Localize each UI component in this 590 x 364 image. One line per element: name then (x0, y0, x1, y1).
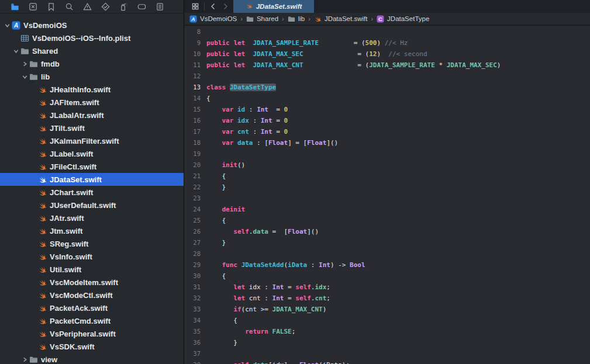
tree-item-jchart-swift[interactable]: JChart.swift (0, 186, 184, 199)
line-number[interactable]: 22 (184, 182, 201, 193)
tree-item-vsdemoios-ios-info-plist[interactable]: VsDemoiOS--iOS--Info.plist (0, 32, 184, 44)
tree-item-vssdk-swift[interactable]: VsSDK.swift (0, 340, 184, 353)
code-line-24[interactable]: 24 deinit (184, 204, 590, 215)
tree-item-jdataset-swift[interactable]: JDataSet.swift (0, 173, 184, 186)
tree-item-vsinfo-swift[interactable]: VsInfo.swift (0, 250, 184, 263)
tree-item-sreg-swift[interactable]: SReg.swift (0, 237, 184, 250)
tree-item-shared[interactable]: Shared (0, 44, 184, 57)
line-number[interactable]: 11 (184, 60, 201, 71)
line-number[interactable]: 10 (184, 48, 201, 60)
line-number[interactable]: 15 (184, 104, 201, 115)
tree-item-jkalmanfilter-swift[interactable]: JKalmanFilter.swift (0, 134, 184, 147)
code-line-34[interactable]: 34 { (184, 315, 590, 326)
line-number[interactable]: 35 (184, 326, 201, 337)
line-number[interactable]: 38 (184, 359, 201, 364)
line-number[interactable]: 31 (184, 282, 201, 293)
code-line-28[interactable]: 28 (184, 248, 590, 259)
code-line-35[interactable]: 35 return FALSE; (184, 326, 590, 337)
line-number[interactable]: 20 (184, 160, 201, 171)
line-number[interactable]: 33 (184, 304, 201, 315)
tree-item-util-swift[interactable]: Util.swift (0, 263, 184, 276)
code-line-9[interactable]: 9public let JDATA_SAMPLE_RATE = (500) //… (184, 37, 590, 48)
code-line-38[interactable]: 38 self.data[idx] = Float(iData); (184, 359, 590, 364)
code-line-22[interactable]: 22 } (184, 182, 590, 193)
tree-item-view[interactable]: view (0, 353, 184, 364)
reports-icon[interactable] (155, 2, 164, 11)
code-line-26[interactable]: 26 self.data = [Float]() (184, 226, 590, 237)
tree-item-jhealthinfo-swift[interactable]: JHealthInfo.swift (0, 83, 184, 96)
disclosure-expanded-icon[interactable] (12, 48, 20, 54)
code-line-25[interactable]: 25 { (184, 215, 590, 226)
tree-item-vscmodectl-swift[interactable]: VscModeCtl.swift (0, 289, 184, 301)
line-number[interactable]: 37 (184, 348, 201, 359)
tree-item-packetcmd-swift[interactable]: PacketCmd.swift (0, 314, 184, 327)
code-line-13[interactable]: 13class JDataSetType (184, 82, 590, 93)
tree-item-packetack-swift[interactable]: PacketAck.swift (0, 301, 184, 314)
breadcrumb-item-lib[interactable]: lib (288, 15, 305, 23)
code-line-33[interactable]: 33 if(cnt >= JDATA_MAX_CNT) (184, 304, 590, 315)
tree-item-jfilectl-swift[interactable]: JFileCtl.swift (0, 160, 184, 173)
line-number[interactable]: 12 (184, 71, 201, 82)
tree-item-jlabel-swift[interactable]: JLabel.swift (0, 147, 184, 160)
tree-item-vscmodeitem-swift[interactable]: VscModeItem.swift (0, 276, 184, 289)
code-line-37[interactable]: 37 (184, 348, 590, 359)
breakpoints-icon[interactable] (137, 2, 146, 11)
issues-icon[interactable] (82, 2, 92, 11)
line-number[interactable]: 24 (184, 204, 201, 215)
breadcrumb-item-jdatasettype[interactable]: CJDataSetType (377, 15, 429, 23)
disclosure-expanded-icon[interactable] (4, 23, 11, 28)
breadcrumb-item-vsdemoios[interactable]: AVsDemoiOS (189, 15, 237, 23)
tab-jdataset-swift[interactable]: JDataSet.swift (233, 0, 314, 13)
tree-item-fmdb[interactable]: fmdb (0, 57, 184, 70)
line-number[interactable]: 18 (184, 137, 201, 148)
debug-icon[interactable] (119, 2, 128, 11)
line-number[interactable]: 25 (184, 215, 201, 226)
code-line-19[interactable]: 19 (184, 148, 590, 160)
line-number[interactable]: 9 (184, 37, 201, 48)
forward-chevron-icon[interactable] (219, 2, 231, 11)
tree-item-jafitem-swift[interactable]: JAFItem.swift (0, 96, 184, 109)
line-number[interactable]: 17 (184, 126, 201, 137)
code-line-15[interactable]: 15 var id : Int = 0 (184, 104, 590, 115)
tree-item-juserdefault-swift[interactable]: JUserDefault.swift (0, 199, 184, 212)
code-line-21[interactable]: 21 { (184, 171, 590, 182)
line-number[interactable]: 19 (184, 148, 201, 160)
disclosure-collapsed-icon[interactable] (21, 357, 29, 362)
tree-item-lib[interactable]: lib (0, 70, 184, 83)
line-number[interactable]: 23 (184, 193, 201, 204)
code-line-8[interactable]: 8 (184, 26, 590, 37)
tree-item-vsdemoios[interactable]: AVsDemoiOS (0, 19, 184, 32)
line-number[interactable]: 16 (184, 115, 201, 126)
line-number[interactable]: 21 (184, 171, 201, 182)
code-line-29[interactable]: 29 func JDataSetAdd(iData : Int) -> Bool (184, 259, 590, 271)
tree-item-jtilt-swift[interactable]: JTilt.swift (0, 122, 184, 134)
line-number[interactable]: 13 (184, 82, 201, 93)
code-line-18[interactable]: 18 var data : [Float] = [Float]() (184, 137, 590, 148)
line-number[interactable]: 29 (184, 259, 201, 271)
line-number[interactable]: 34 (184, 315, 201, 326)
code-line-20[interactable]: 20 init() (184, 160, 590, 171)
tree-item-jtm-swift[interactable]: Jtm.swift (0, 224, 184, 237)
code-line-10[interactable]: 10public let JDATA_MAX_SEC = (12) //< se… (184, 48, 590, 60)
line-number[interactable]: 14 (184, 93, 201, 104)
editor-layout-grid-icon[interactable] (189, 2, 201, 11)
bookmarks-icon[interactable] (46, 2, 56, 11)
disclosure-collapsed-icon[interactable] (21, 61, 29, 67)
tree-item-jatr-swift[interactable]: JAtr.swift (0, 212, 184, 224)
line-number[interactable]: 27 (184, 237, 201, 248)
back-chevron-icon[interactable] (208, 2, 219, 11)
code-line-14[interactable]: 14{ (184, 93, 590, 104)
tree-item-vsperipheral-swift[interactable]: VsPeripheral.swift (0, 327, 184, 340)
code-editor[interactable]: 89public let JDATA_SAMPLE_RATE = (500) /… (184, 26, 590, 364)
code-line-12[interactable]: 12 (184, 71, 590, 82)
line-number[interactable]: 26 (184, 226, 201, 237)
code-line-23[interactable]: 23 (184, 193, 590, 204)
code-line-27[interactable]: 27 } (184, 237, 590, 248)
code-line-36[interactable]: 36 } (184, 337, 590, 348)
breadcrumb-item-shared[interactable]: Shared (246, 15, 278, 23)
line-number[interactable]: 30 (184, 271, 201, 282)
line-number[interactable]: 28 (184, 248, 201, 259)
breadcrumb-item-jdataset-swift[interactable]: JDataSet.swift (314, 15, 368, 23)
code-line-11[interactable]: 11public let JDATA_MAX_CNT = (JDATA_SAMP… (184, 60, 590, 71)
line-number[interactable]: 36 (184, 337, 201, 348)
